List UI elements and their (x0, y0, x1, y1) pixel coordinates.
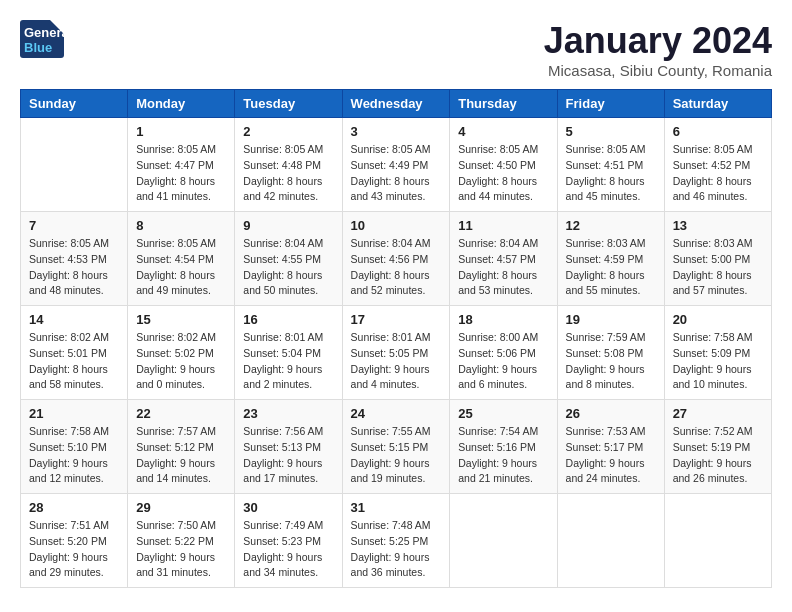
day-number: 18 (458, 312, 548, 327)
day-detail: Sunrise: 7:48 AMSunset: 5:25 PMDaylight:… (351, 518, 442, 581)
day-number: 21 (29, 406, 119, 421)
day-detail: Sunrise: 7:58 AMSunset: 5:10 PMDaylight:… (29, 424, 119, 487)
calendar-cell: 20Sunrise: 7:58 AMSunset: 5:09 PMDayligh… (664, 306, 771, 400)
day-detail: Sunrise: 7:49 AMSunset: 5:23 PMDaylight:… (243, 518, 333, 581)
title-block: January 2024 Micasasa, Sibiu County, Rom… (544, 20, 772, 79)
calendar-week-4: 21Sunrise: 7:58 AMSunset: 5:10 PMDayligh… (21, 400, 772, 494)
day-detail: Sunrise: 8:05 AMSunset: 4:52 PMDaylight:… (673, 142, 763, 205)
calendar-cell: 23Sunrise: 7:56 AMSunset: 5:13 PMDayligh… (235, 400, 342, 494)
day-detail: Sunrise: 8:01 AMSunset: 5:04 PMDaylight:… (243, 330, 333, 393)
day-number: 25 (458, 406, 548, 421)
calendar-cell: 3Sunrise: 8:05 AMSunset: 4:49 PMDaylight… (342, 118, 450, 212)
day-detail: Sunrise: 8:01 AMSunset: 5:05 PMDaylight:… (351, 330, 442, 393)
header-tuesday: Tuesday (235, 90, 342, 118)
calendar-cell: 17Sunrise: 8:01 AMSunset: 5:05 PMDayligh… (342, 306, 450, 400)
day-number: 11 (458, 218, 548, 233)
calendar-table: SundayMondayTuesdayWednesdayThursdayFrid… (20, 89, 772, 588)
calendar-cell: 11Sunrise: 8:04 AMSunset: 4:57 PMDayligh… (450, 212, 557, 306)
day-detail: Sunrise: 7:59 AMSunset: 5:08 PMDaylight:… (566, 330, 656, 393)
calendar-header-row: SundayMondayTuesdayWednesdayThursdayFrid… (21, 90, 772, 118)
calendar-cell: 9Sunrise: 8:04 AMSunset: 4:55 PMDaylight… (235, 212, 342, 306)
day-number: 8 (136, 218, 226, 233)
day-detail: Sunrise: 7:54 AMSunset: 5:16 PMDaylight:… (458, 424, 548, 487)
day-detail: Sunrise: 8:05 AMSunset: 4:51 PMDaylight:… (566, 142, 656, 205)
calendar-cell (450, 494, 557, 588)
calendar-cell: 7Sunrise: 8:05 AMSunset: 4:53 PMDaylight… (21, 212, 128, 306)
calendar-cell: 2Sunrise: 8:05 AMSunset: 4:48 PMDaylight… (235, 118, 342, 212)
day-number: 7 (29, 218, 119, 233)
day-number: 20 (673, 312, 763, 327)
header-thursday: Thursday (450, 90, 557, 118)
calendar-cell: 22Sunrise: 7:57 AMSunset: 5:12 PMDayligh… (128, 400, 235, 494)
calendar-cell: 12Sunrise: 8:03 AMSunset: 4:59 PMDayligh… (557, 212, 664, 306)
calendar-cell: 31Sunrise: 7:48 AMSunset: 5:25 PMDayligh… (342, 494, 450, 588)
header-saturday: Saturday (664, 90, 771, 118)
calendar-cell: 1Sunrise: 8:05 AMSunset: 4:47 PMDaylight… (128, 118, 235, 212)
calendar-week-5: 28Sunrise: 7:51 AMSunset: 5:20 PMDayligh… (21, 494, 772, 588)
calendar-cell: 16Sunrise: 8:01 AMSunset: 5:04 PMDayligh… (235, 306, 342, 400)
calendar-cell: 24Sunrise: 7:55 AMSunset: 5:15 PMDayligh… (342, 400, 450, 494)
page-header: General Blue January 2024 Micasasa, Sibi… (20, 20, 772, 79)
calendar-cell: 4Sunrise: 8:05 AMSunset: 4:50 PMDaylight… (450, 118, 557, 212)
day-detail: Sunrise: 8:04 AMSunset: 4:56 PMDaylight:… (351, 236, 442, 299)
day-detail: Sunrise: 8:05 AMSunset: 4:54 PMDaylight:… (136, 236, 226, 299)
day-number: 17 (351, 312, 442, 327)
day-detail: Sunrise: 8:05 AMSunset: 4:53 PMDaylight:… (29, 236, 119, 299)
day-number: 23 (243, 406, 333, 421)
day-number: 13 (673, 218, 763, 233)
day-number: 5 (566, 124, 656, 139)
day-detail: Sunrise: 7:56 AMSunset: 5:13 PMDaylight:… (243, 424, 333, 487)
day-detail: Sunrise: 7:51 AMSunset: 5:20 PMDaylight:… (29, 518, 119, 581)
calendar-cell: 25Sunrise: 7:54 AMSunset: 5:16 PMDayligh… (450, 400, 557, 494)
day-number: 24 (351, 406, 442, 421)
day-detail: Sunrise: 8:02 AMSunset: 5:02 PMDaylight:… (136, 330, 226, 393)
day-number: 6 (673, 124, 763, 139)
calendar-week-3: 14Sunrise: 8:02 AMSunset: 5:01 PMDayligh… (21, 306, 772, 400)
calendar-cell: 13Sunrise: 8:03 AMSunset: 5:00 PMDayligh… (664, 212, 771, 306)
day-detail: Sunrise: 7:52 AMSunset: 5:19 PMDaylight:… (673, 424, 763, 487)
day-number: 22 (136, 406, 226, 421)
calendar-cell (21, 118, 128, 212)
day-number: 26 (566, 406, 656, 421)
day-detail: Sunrise: 8:03 AMSunset: 4:59 PMDaylight:… (566, 236, 656, 299)
calendar-cell: 18Sunrise: 8:00 AMSunset: 5:06 PMDayligh… (450, 306, 557, 400)
logo: General Blue (20, 20, 64, 58)
day-detail: Sunrise: 7:58 AMSunset: 5:09 PMDaylight:… (673, 330, 763, 393)
calendar-cell: 30Sunrise: 7:49 AMSunset: 5:23 PMDayligh… (235, 494, 342, 588)
day-number: 27 (673, 406, 763, 421)
day-number: 31 (351, 500, 442, 515)
calendar-week-2: 7Sunrise: 8:05 AMSunset: 4:53 PMDaylight… (21, 212, 772, 306)
day-detail: Sunrise: 8:04 AMSunset: 4:55 PMDaylight:… (243, 236, 333, 299)
day-detail: Sunrise: 8:05 AMSunset: 4:47 PMDaylight:… (136, 142, 226, 205)
header-wednesday: Wednesday (342, 90, 450, 118)
day-number: 2 (243, 124, 333, 139)
calendar-cell (557, 494, 664, 588)
header-sunday: Sunday (21, 90, 128, 118)
month-title: January 2024 (544, 20, 772, 62)
day-number: 4 (458, 124, 548, 139)
day-number: 19 (566, 312, 656, 327)
calendar-cell: 29Sunrise: 7:50 AMSunset: 5:22 PMDayligh… (128, 494, 235, 588)
day-detail: Sunrise: 8:02 AMSunset: 5:01 PMDaylight:… (29, 330, 119, 393)
day-detail: Sunrise: 8:04 AMSunset: 4:57 PMDaylight:… (458, 236, 548, 299)
day-detail: Sunrise: 8:05 AMSunset: 4:49 PMDaylight:… (351, 142, 442, 205)
day-detail: Sunrise: 7:57 AMSunset: 5:12 PMDaylight:… (136, 424, 226, 487)
calendar-cell (664, 494, 771, 588)
day-number: 14 (29, 312, 119, 327)
day-number: 3 (351, 124, 442, 139)
day-detail: Sunrise: 8:05 AMSunset: 4:48 PMDaylight:… (243, 142, 333, 205)
day-detail: Sunrise: 7:50 AMSunset: 5:22 PMDaylight:… (136, 518, 226, 581)
calendar-cell: 26Sunrise: 7:53 AMSunset: 5:17 PMDayligh… (557, 400, 664, 494)
calendar-cell: 21Sunrise: 7:58 AMSunset: 5:10 PMDayligh… (21, 400, 128, 494)
day-number: 9 (243, 218, 333, 233)
day-number: 30 (243, 500, 333, 515)
day-detail: Sunrise: 8:00 AMSunset: 5:06 PMDaylight:… (458, 330, 548, 393)
calendar-week-1: 1Sunrise: 8:05 AMSunset: 4:47 PMDaylight… (21, 118, 772, 212)
calendar-cell: 15Sunrise: 8:02 AMSunset: 5:02 PMDayligh… (128, 306, 235, 400)
day-number: 28 (29, 500, 119, 515)
day-number: 16 (243, 312, 333, 327)
day-number: 12 (566, 218, 656, 233)
calendar-cell: 6Sunrise: 8:05 AMSunset: 4:52 PMDaylight… (664, 118, 771, 212)
calendar-cell: 19Sunrise: 7:59 AMSunset: 5:08 PMDayligh… (557, 306, 664, 400)
day-detail: Sunrise: 8:05 AMSunset: 4:50 PMDaylight:… (458, 142, 548, 205)
